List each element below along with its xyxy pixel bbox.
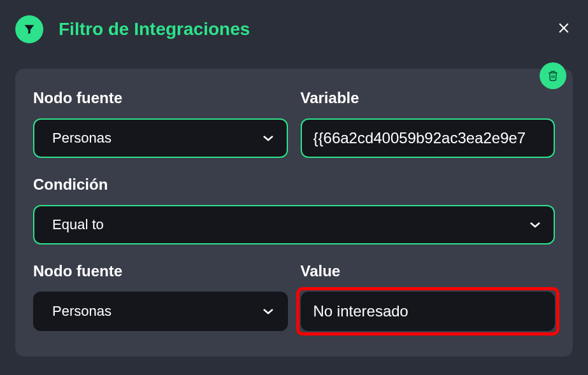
- variable-value: {{66a2cd40059b92ac3ea2e9e7: [313, 129, 526, 147]
- row-1: Nodo fuente Personas Variable {{66a2cd40…: [33, 89, 555, 158]
- value-input[interactable]: No interesado: [301, 292, 556, 331]
- filter-icon-circle: [15, 15, 43, 43]
- value-field: Value No interesado: [301, 262, 556, 331]
- value-label: Value: [301, 262, 556, 280]
- header-left: Filtro de Integraciones: [15, 15, 250, 43]
- filter-panel: Nodo fuente Personas Variable {{66a2cd40…: [15, 69, 573, 357]
- modal-title: Filtro de Integraciones: [59, 19, 250, 39]
- modal-header: Filtro de Integraciones: [15, 15, 573, 43]
- source-node-label-1: Nodo fuente: [33, 89, 288, 107]
- source-node-label-2: Nodo fuente: [33, 262, 288, 280]
- source-node-value-2: Personas: [52, 303, 111, 320]
- source-node-select-2[interactable]: Personas: [33, 292, 288, 331]
- condition-field: Condición Equal to: [33, 176, 555, 244]
- highlight-annotation: No interesado: [296, 287, 560, 336]
- close-button[interactable]: [555, 18, 573, 41]
- condition-select[interactable]: Equal to: [33, 205, 555, 244]
- row-3: Nodo fuente Personas Value No interesado: [33, 262, 555, 331]
- source-node-value-1: Personas: [52, 130, 111, 146]
- condition-label: Condición: [33, 176, 555, 194]
- chevron-down-icon: [262, 308, 274, 315]
- filter-icon: [23, 23, 36, 36]
- delete-button[interactable]: [540, 62, 566, 89]
- chevron-down-icon: [262, 135, 274, 141]
- row-2: Condición Equal to: [33, 176, 555, 244]
- source-node-select-1[interactable]: Personas: [33, 118, 288, 158]
- source-node-field-1: Nodo fuente Personas: [33, 89, 288, 158]
- value-text: No interesado: [313, 302, 408, 320]
- chevron-down-icon: [529, 222, 541, 228]
- close-icon: [557, 22, 570, 34]
- variable-input[interactable]: {{66a2cd40059b92ac3ea2e9e7: [301, 118, 556, 158]
- variable-field: Variable {{66a2cd40059b92ac3ea2e9e7: [301, 89, 556, 158]
- filter-modal: Filtro de Integraciones Nodo fuente Pers…: [0, 0, 588, 372]
- trash-icon: [547, 69, 559, 82]
- condition-value: Equal to: [52, 216, 104, 233]
- variable-label: Variable: [301, 89, 556, 107]
- source-node-field-2: Nodo fuente Personas: [33, 262, 288, 331]
